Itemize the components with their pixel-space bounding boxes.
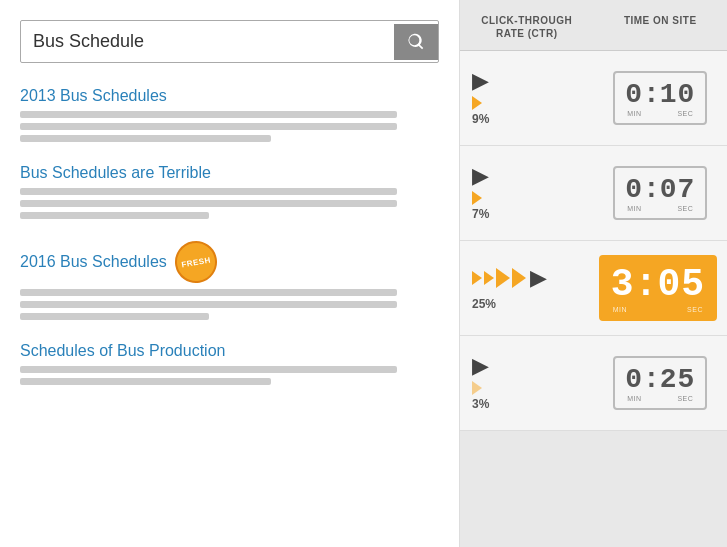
result-line: [20, 188, 397, 195]
search-results-panel: 2013 Bus Schedules Bus Schedules are Ter…: [0, 0, 460, 547]
time-min-sec-labels-4: MIN SEC: [625, 395, 695, 402]
result-title-3[interactable]: 2016 Bus Schedules FRESH: [20, 241, 439, 283]
time-sec-digits-1: 10: [660, 79, 696, 110]
cursor-icon-1: ▶: [472, 70, 489, 92]
metrics-row-1: ▶ 9% 0 : 10 MIN SEC: [460, 51, 727, 146]
time-min-digits-1: 0: [625, 79, 643, 110]
cursor-icon-3: ▶: [530, 265, 547, 291]
time-cell-3: 3 : 05 MIN SEC: [589, 245, 727, 331]
time-inner-1: 0 : 10 MIN SEC: [625, 79, 695, 117]
search-input[interactable]: [21, 21, 394, 62]
ctr-arrows-4: [472, 381, 482, 395]
min-label-3: MIN: [613, 306, 627, 313]
time-display-1: 0 : 10 MIN SEC: [613, 71, 707, 125]
metrics-header: CLICK-THROUGH RATE (CTR) TIME ON SITE: [460, 0, 727, 51]
cursor-icon-2: ▶: [472, 165, 489, 187]
time-header: TIME ON SITE: [594, 0, 728, 50]
ctr-arrows-2: [472, 191, 482, 205]
time-sec-digits-2: 07: [660, 174, 696, 205]
result-item-2: Bus Schedules are Terrible: [20, 164, 439, 219]
sec-label-3: SEC: [687, 306, 703, 313]
ctr-cell-1: ▶ 9%: [460, 60, 594, 136]
result-line: [20, 289, 397, 296]
ctr-header: CLICK-THROUGH RATE (CTR): [460, 0, 594, 50]
ctr-arrow: [472, 191, 482, 205]
time-display-3: 3 : 05 MIN SEC: [599, 255, 717, 321]
time-min-digits-3: 3: [611, 263, 635, 306]
result-line: [20, 366, 397, 373]
ctr-arrow: [484, 271, 494, 285]
time-sec-digits-3: 05: [657, 263, 705, 306]
ctr-arrow: [496, 268, 510, 288]
time-top-4: 0 : 25: [625, 364, 695, 395]
time-colon-1: :: [643, 79, 660, 110]
time-inner-3: 3 : 05 MIN SEC: [611, 263, 705, 313]
metrics-row-4: ▶ 3% 0 : 25 MIN SEC: [460, 336, 727, 431]
time-inner-2: 0 : 07 MIN SEC: [625, 174, 695, 212]
result-line: [20, 111, 397, 118]
cursor-icon-4: ▶: [472, 355, 489, 377]
time-min-sec-labels-3: MIN SEC: [611, 306, 705, 313]
result-title-1[interactable]: 2013 Bus Schedules: [20, 87, 439, 105]
time-cell-4: 0 : 25 MIN SEC: [594, 346, 728, 420]
ctr-cell-3: ▶ 25%: [460, 255, 589, 321]
time-min-sec-labels-2: MIN SEC: [625, 205, 695, 212]
sec-label-4: SEC: [677, 395, 693, 402]
result-title-4[interactable]: Schedules of Bus Production: [20, 342, 439, 360]
ctr-percent-4: 3%: [472, 397, 489, 411]
result-lines-4: [20, 366, 439, 385]
ctr-arrows-3: ▶: [472, 265, 547, 291]
search-icon: [406, 32, 426, 52]
sec-label-1: SEC: [677, 110, 693, 117]
result-lines-1: [20, 111, 439, 142]
ctr-arrow: [472, 96, 482, 110]
result-item-3: 2016 Bus Schedules FRESH: [20, 241, 439, 320]
metrics-panel: CLICK-THROUGH RATE (CTR) TIME ON SITE ▶ …: [460, 0, 727, 547]
time-top-2: 0 : 07: [625, 174, 695, 205]
ctr-percent-2: 7%: [472, 207, 489, 221]
ctr-cell-2: ▶ 7%: [460, 155, 594, 231]
time-display-4: 0 : 25 MIN SEC: [613, 356, 707, 410]
result-title-2[interactable]: Bus Schedules are Terrible: [20, 164, 439, 182]
time-colon-4: :: [643, 364, 660, 395]
ctr-arrows-1: [472, 96, 482, 110]
result-line: [20, 135, 271, 142]
ctr-percent-1: 9%: [472, 112, 489, 126]
ctr-arrow: [512, 268, 526, 288]
search-button[interactable]: [394, 24, 438, 60]
time-min-sec-labels-1: MIN SEC: [625, 110, 695, 117]
time-colon-3: :: [635, 263, 658, 306]
time-min-digits-4: 0: [625, 364, 643, 395]
result-lines-3: [20, 289, 439, 320]
result-item-1: 2013 Bus Schedules: [20, 87, 439, 142]
search-bar[interactable]: [20, 20, 439, 63]
time-cell-2: 0 : 07 MIN SEC: [594, 156, 728, 230]
time-colon-2: :: [643, 174, 660, 205]
ctr-percent-3: 25%: [472, 297, 496, 311]
min-label-1: MIN: [627, 110, 641, 117]
time-display-2: 0 : 07 MIN SEC: [613, 166, 707, 220]
metrics-row-3: ▶ 25% 3 : 05 MIN SEC: [460, 241, 727, 336]
min-label-2: MIN: [627, 205, 641, 212]
result-line: [20, 313, 209, 320]
result-line: [20, 123, 397, 130]
time-sec-digits-4: 25: [660, 364, 696, 395]
metrics-row-2: ▶ 7% 0 : 07 MIN SEC: [460, 146, 727, 241]
result-lines-2: [20, 188, 439, 219]
time-top-1: 0 : 10: [625, 79, 695, 110]
result-line: [20, 200, 397, 207]
ctr-arrow: [472, 381, 482, 395]
result-line: [20, 301, 397, 308]
time-inner-4: 0 : 25 MIN SEC: [625, 364, 695, 402]
time-min-digits-2: 0: [625, 174, 643, 205]
time-top-3: 3 : 05: [611, 263, 705, 306]
ctr-cell-4: ▶ 3%: [460, 345, 594, 421]
result-line: [20, 212, 209, 219]
result-line: [20, 378, 271, 385]
ctr-arrow: [472, 271, 482, 285]
min-label-4: MIN: [627, 395, 641, 402]
sec-label-2: SEC: [677, 205, 693, 212]
time-cell-1: 0 : 10 MIN SEC: [594, 61, 728, 135]
fresh-badge: FRESH: [171, 238, 220, 287]
result-item-4: Schedules of Bus Production: [20, 342, 439, 385]
